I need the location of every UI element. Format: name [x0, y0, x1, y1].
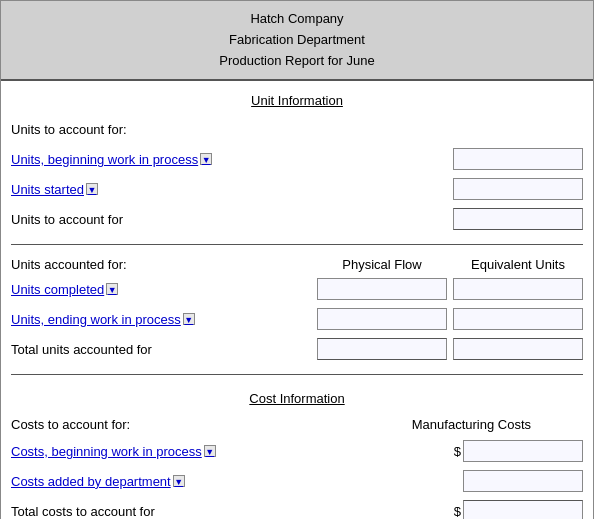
dropdown6-arrow[interactable]: ▼ [173, 475, 185, 487]
units-completed-row: Units completed ▼ [11, 276, 583, 302]
total-units-physical-input[interactable] [317, 338, 447, 360]
units-to-account-for-input[interactable] [453, 208, 583, 230]
total-units-equivalent-input[interactable] [453, 338, 583, 360]
report-title: Production Report for June [5, 51, 589, 72]
total-costs-label: Total costs to account for [11, 504, 155, 519]
total-costs-row: Total costs to account for $ [11, 498, 583, 519]
units-started-row: Units started ▼ [11, 176, 583, 202]
units-completed-equivalent-input[interactable] [453, 278, 583, 300]
units-started-dropdown[interactable]: Units started ▼ [11, 182, 98, 197]
units-accounted-label: Units accounted for: [11, 257, 127, 272]
units-beginning-wip-dropdown[interactable]: Units, beginning work in process ▼ [11, 152, 212, 167]
company-name: Hatch Company [5, 9, 589, 30]
units-started-label: Units started [11, 182, 84, 197]
manufacturing-costs-header: Manufacturing Costs [381, 417, 531, 432]
column-headers-row: Units accounted for: Physical Flow Equiv… [11, 257, 583, 272]
dollar-sign-2: $ [454, 504, 461, 519]
units-accounted-section: Units accounted for: Physical Flow Equiv… [1, 249, 593, 370]
units-beginning-wip-input[interactable] [453, 148, 583, 170]
section-divider-1 [11, 244, 583, 245]
costs-beginning-wip-input[interactable] [463, 440, 583, 462]
units-ending-wip-dropdown[interactable]: Units, ending work in process ▼ [11, 312, 195, 327]
costs-added-row: Costs added by department ▼ [11, 468, 583, 494]
costs-added-dropdown[interactable]: Costs added by department ▼ [11, 474, 185, 489]
cost-header-row: Costs to account for: Manufacturing Cost… [11, 414, 583, 434]
dropdown2-arrow[interactable]: ▼ [86, 183, 98, 195]
costs-to-account-label: Costs to account for: [11, 417, 130, 432]
dollar-sign-1: $ [454, 444, 461, 459]
costs-added-label: Costs added by department [11, 474, 171, 489]
units-to-account-for-row: Units to account for [11, 206, 583, 232]
units-completed-dropdown[interactable]: Units completed ▼ [11, 282, 118, 297]
section-divider-2 [11, 374, 583, 375]
physical-flow-header: Physical Flow [317, 257, 447, 272]
units-to-account-header-row: Units to account for: [11, 116, 583, 142]
dropdown5-arrow[interactable]: ▼ [204, 445, 216, 457]
units-ending-wip-physical-input[interactable] [317, 308, 447, 330]
unit-info-title: Unit Information [11, 85, 583, 112]
units-ending-wip-row: Units, ending work in process ▼ [11, 306, 583, 332]
dropdown1-arrow[interactable]: ▼ [200, 153, 212, 165]
unit-information-section: Unit Information Units to account for: U… [1, 81, 593, 240]
cost-information-section: Cost Information Costs to account for: M… [1, 379, 593, 519]
dropdown4-arrow[interactable]: ▼ [183, 313, 195, 325]
cost-info-title: Cost Information [11, 383, 583, 410]
dropdown3-arrow[interactable]: ▼ [106, 283, 118, 295]
costs-beginning-wip-row: Costs, beginning work in process ▼ $ [11, 438, 583, 464]
total-units-row: Total units accounted for [11, 336, 583, 362]
units-beginning-wip-row: Units, beginning work in process ▼ [11, 146, 583, 172]
costs-added-input[interactable] [463, 470, 583, 492]
units-completed-label: Units completed [11, 282, 104, 297]
costs-beginning-wip-dropdown[interactable]: Costs, beginning work in process ▼ [11, 444, 216, 459]
page-header: Hatch Company Fabrication Department Pro… [1, 1, 593, 81]
department-name: Fabrication Department [5, 30, 589, 51]
units-beginning-wip-label: Units, beginning work in process [11, 152, 198, 167]
units-to-account-label: Units to account for: [11, 122, 127, 137]
total-costs-input[interactable] [463, 500, 583, 519]
equivalent-units-header: Equivalent Units [453, 257, 583, 272]
units-completed-physical-input[interactable] [317, 278, 447, 300]
units-ending-wip-equivalent-input[interactable] [453, 308, 583, 330]
units-to-account-for-label: Units to account for [11, 212, 123, 227]
costs-beginning-wip-label: Costs, beginning work in process [11, 444, 202, 459]
total-units-label: Total units accounted for [11, 342, 152, 357]
units-ending-wip-label: Units, ending work in process [11, 312, 181, 327]
units-started-input[interactable] [453, 178, 583, 200]
